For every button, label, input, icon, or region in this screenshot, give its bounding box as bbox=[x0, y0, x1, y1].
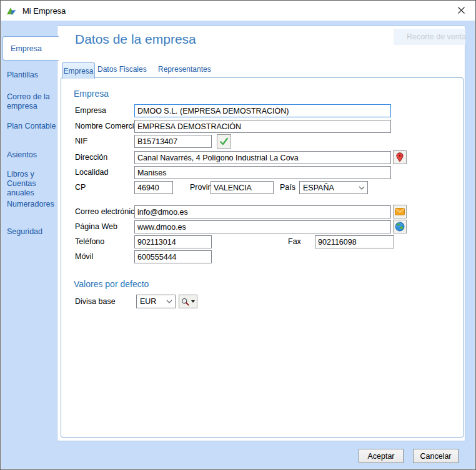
fax-input[interactable] bbox=[315, 235, 394, 248]
page-title: Datos de la empresa bbox=[75, 32, 196, 47]
divisa-search-button[interactable] bbox=[179, 295, 197, 308]
nombre-comercial-label: Nombre Comercial bbox=[75, 122, 140, 130]
direccion-label: Dirección bbox=[75, 153, 107, 162]
cancel-button[interactable]: Cancelar bbox=[413, 449, 459, 463]
pais-label: País bbox=[280, 183, 295, 192]
window-title: Mi Empresa bbox=[22, 6, 66, 16]
sidebar-item-plan-contable[interactable]: Plan Contable bbox=[7, 122, 59, 131]
telefono-label: Teléfono bbox=[75, 237, 104, 246]
tab-datos-fiscales[interactable]: Datos Fiscales bbox=[97, 65, 147, 74]
mi-empresa-dialog: Mi Empresa Empresa Plantillas Correo de … bbox=[0, 0, 476, 470]
map-button[interactable] bbox=[393, 150, 407, 164]
web-input[interactable] bbox=[134, 220, 391, 233]
sidebar-item-numeradores[interactable]: Numeradores bbox=[7, 200, 59, 209]
empresa-label: Empresa bbox=[75, 106, 106, 115]
web-label: Página Web bbox=[75, 222, 117, 231]
chevron-down-icon bbox=[359, 186, 365, 190]
pais-select[interactable]: ESPAÑA bbox=[299, 181, 368, 194]
accept-button[interactable]: Aceptar bbox=[359, 449, 404, 463]
direccion-input[interactable] bbox=[134, 151, 391, 164]
app-logo-icon bbox=[6, 6, 17, 16]
map-pin-icon bbox=[396, 152, 404, 162]
movil-input[interactable] bbox=[134, 250, 212, 263]
sidebar-item-asientos[interactable]: Asientos bbox=[7, 150, 57, 160]
tab-representantes[interactable]: Representantes bbox=[158, 65, 211, 74]
close-icon bbox=[458, 7, 465, 14]
nif-input[interactable] bbox=[134, 135, 212, 148]
divisa-selected-value: EUR bbox=[140, 297, 156, 306]
nombre-comercial-input[interactable] bbox=[134, 120, 391, 133]
open-website-button[interactable] bbox=[393, 220, 407, 233]
globe-icon bbox=[395, 222, 405, 232]
fax-label: Fax bbox=[288, 237, 301, 246]
sidebar-item-label: Empresa bbox=[3, 44, 42, 53]
section-empresa-heading: Empresa bbox=[74, 89, 109, 99]
pais-selected-value: ESPAÑA bbox=[303, 184, 334, 192]
divisa-select[interactable]: EUR bbox=[136, 295, 176, 308]
title-bar: Mi Empresa bbox=[1, 1, 475, 21]
sidebar-item-seguridad[interactable]: Seguridad bbox=[7, 227, 57, 237]
ghost-snip-label: Recorte de venta bbox=[394, 29, 465, 45]
movil-label: Móvil bbox=[75, 252, 93, 261]
dropdown-caret-icon bbox=[191, 300, 195, 303]
correo-input[interactable] bbox=[134, 205, 391, 218]
cp-input[interactable] bbox=[134, 181, 173, 194]
nif-validate-button[interactable] bbox=[217, 134, 231, 149]
correo-label: Correo electrónico bbox=[75, 207, 139, 216]
close-button[interactable] bbox=[447, 1, 475, 20]
divisa-label: Divisa base bbox=[75, 297, 116, 306]
nif-label: NIF bbox=[75, 137, 87, 145]
cp-label: CP bbox=[75, 183, 86, 192]
sidebar-item-correo[interactable]: Correo de la empresa bbox=[7, 92, 57, 111]
section-defaults-heading: Valores por defecto bbox=[74, 279, 149, 289]
localidad-label: Localidad bbox=[75, 168, 109, 177]
empresa-input[interactable] bbox=[134, 104, 391, 117]
sidebar-item-plantillas[interactable]: Plantillas bbox=[7, 71, 57, 80]
chevron-down-icon bbox=[166, 300, 172, 303]
sidebar-item-empresa[interactable]: Empresa bbox=[2, 36, 59, 61]
envelope-icon bbox=[395, 208, 405, 215]
provincia-input[interactable] bbox=[211, 181, 274, 194]
send-email-button[interactable] bbox=[393, 205, 407, 218]
telefono-input[interactable] bbox=[134, 235, 212, 248]
tab-empresa[interactable]: Empresa bbox=[62, 62, 95, 79]
localidad-input[interactable] bbox=[134, 166, 391, 179]
magnifier-icon bbox=[181, 298, 189, 306]
sidebar-item-libros[interactable]: Libros y Cuentas anuales bbox=[7, 170, 58, 198]
check-icon bbox=[219, 137, 229, 146]
